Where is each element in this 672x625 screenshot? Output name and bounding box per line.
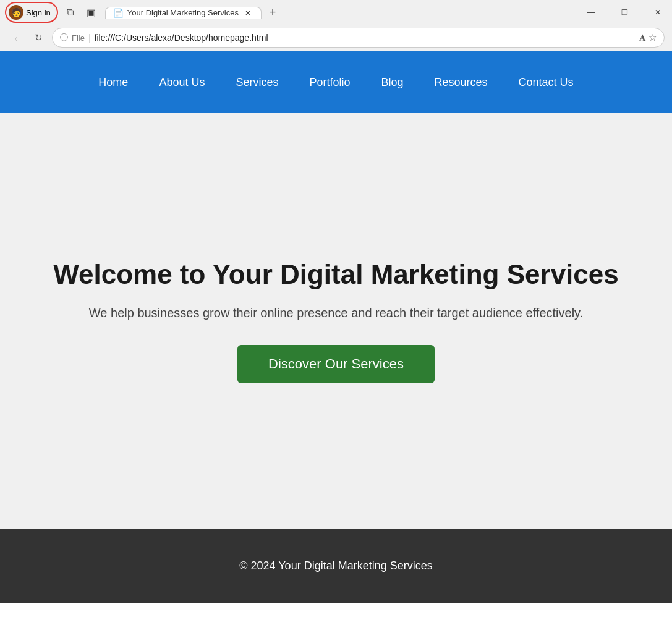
tab-favicon: 📄 bbox=[113, 8, 124, 18]
title-bar-left: 🧑 Sign in ⧉ ▣ bbox=[0, 2, 105, 23]
window-controls: — ❐ ✕ bbox=[577, 2, 672, 22]
cta-button[interactable]: Discover Our Services bbox=[237, 345, 435, 383]
nav-home[interactable]: Home bbox=[98, 76, 128, 89]
address-info-icon: ⓘ bbox=[60, 32, 68, 43]
hero-subtitle: We help businesses grow their online pre… bbox=[89, 306, 583, 320]
hero-section: Welcome to Your Digital Marketing Servic… bbox=[0, 113, 672, 529]
restore-button[interactable]: ❐ bbox=[610, 2, 639, 22]
address-separator: | bbox=[88, 33, 91, 43]
refresh-button[interactable]: ↻ bbox=[30, 29, 47, 46]
nav-links: Home About Us Services Portfolio Blog Re… bbox=[25, 76, 647, 89]
address-file-label: File bbox=[72, 33, 85, 43]
address-bar-row: ‹ ↻ ⓘ File | file:///C:/Users/alexa/Desk… bbox=[0, 25, 672, 51]
nav-portfolio[interactable]: Portfolio bbox=[309, 76, 350, 89]
nav-about[interactable]: About Us bbox=[159, 76, 205, 89]
footer: © 2024 Your Digital Marketing Services bbox=[0, 529, 672, 603]
new-tab-button[interactable]: + bbox=[264, 4, 281, 21]
website-content: Home About Us Services Portfolio Blog Re… bbox=[0, 51, 672, 603]
nav-services[interactable]: Services bbox=[236, 76, 278, 89]
address-bar[interactable]: ⓘ File | file:///C:/Users/alexa/Desktop/… bbox=[52, 28, 665, 48]
footer-copyright: © 2024 Your Digital Marketing Services bbox=[239, 559, 432, 572]
active-tab[interactable]: 📄 Your Digital Marketing Services ✕ bbox=[105, 7, 262, 19]
tab-close-button[interactable]: ✕ bbox=[242, 7, 253, 19]
address-icons: 𝐀 ☆ bbox=[639, 32, 657, 43]
nav-resources[interactable]: Resources bbox=[435, 76, 488, 89]
extensions-icon[interactable]: ⧉ bbox=[62, 4, 79, 21]
read-aloud-icon[interactable]: 𝐀 bbox=[639, 32, 646, 43]
back-button[interactable]: ‹ bbox=[7, 29, 25, 46]
tab-title: Your Digital Marketing Services bbox=[127, 8, 239, 17]
sign-in-label: Sign in bbox=[26, 8, 51, 17]
address-text[interactable]: file:///C:/Users/alexa/Desktop/homepage.… bbox=[95, 33, 636, 43]
minimize-button[interactable]: — bbox=[577, 2, 605, 22]
close-window-button[interactable]: ✕ bbox=[644, 2, 672, 22]
browser-chrome: 🧑 Sign in ⧉ ▣ 📄 Your Digital Marketing S… bbox=[0, 0, 672, 51]
title-bar: 🧑 Sign in ⧉ ▣ 📄 Your Digital Marketing S… bbox=[0, 0, 672, 25]
nav-blog[interactable]: Blog bbox=[381, 76, 404, 89]
split-view-icon[interactable]: ▣ bbox=[83, 4, 100, 21]
hero-title: Welcome to Your Digital Marketing Servic… bbox=[53, 258, 619, 291]
main-nav: Home About Us Services Portfolio Blog Re… bbox=[0, 51, 672, 113]
avatar: 🧑 bbox=[9, 5, 23, 20]
favorites-icon[interactable]: ☆ bbox=[649, 32, 657, 43]
sign-in-button[interactable]: 🧑 Sign in bbox=[5, 2, 58, 23]
nav-contact[interactable]: Contact Us bbox=[519, 76, 574, 89]
